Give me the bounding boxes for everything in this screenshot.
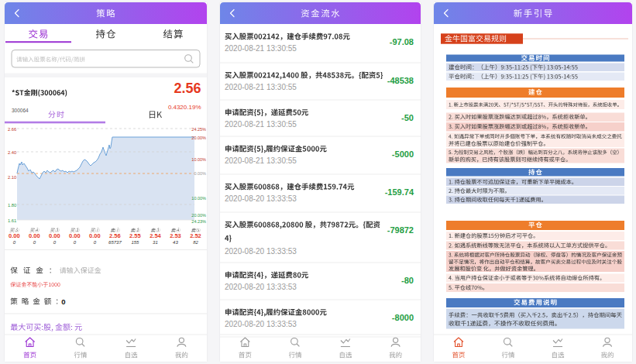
svg-text:-50: -50 (401, 113, 414, 122)
svg-text:2.56: 2.56 (174, 81, 201, 96)
svg-text:24.25%: 24.25% (191, 127, 206, 132)
svg-text:2020-08-20 13:33:53: 2020-08-20 13:33:53 (225, 283, 297, 291)
svg-text:2020-08-20 13:33:53: 2020-08-20 13:33:53 (225, 247, 297, 256)
svg-text:2.40: 2.40 (8, 150, 16, 155)
svg-text:0.00%: 0.00% (194, 171, 206, 176)
svg-text:2020-08-20 13:33:53: 2020-08-20 13:33:53 (225, 320, 297, 328)
svg-text:0.43: 0.43 (168, 104, 180, 111)
svg-text:-97.08: -97.08 (390, 37, 414, 46)
svg-text:0.00: 0.00 (69, 232, 81, 239)
svg-text:2.10: 2.10 (8, 175, 16, 180)
svg-text:-79872: -79872 (387, 225, 414, 235)
svg-text:-8000: -8000 (392, 313, 414, 322)
svg-text:2020-08-21 13:30:55: 2020-08-21 13:30:55 (225, 156, 297, 165)
svg-text:2.53: 2.53 (170, 232, 181, 239)
svg-text:0.00: 0.00 (29, 232, 40, 239)
svg-text:2020-08-21 13:30:55: 2020-08-21 13:30:55 (225, 44, 297, 53)
svg-text:0.00: 0.00 (49, 232, 60, 239)
svg-text:1.80: 1.80 (8, 203, 16, 208)
svg-text:2.55: 2.55 (129, 232, 141, 239)
svg-text:10.00%: 10.00% (191, 196, 206, 201)
svg-text:-48538: -48538 (387, 76, 414, 85)
svg-text:-5000: -5000 (392, 149, 414, 159)
svg-text:20.19%: 20.19% (180, 104, 201, 111)
svg-text:24.23%: 24.23% (191, 219, 206, 224)
svg-text:65737: 65737 (108, 240, 122, 245)
svg-text:2020-08-21 13:30:55: 2020-08-21 13:30:55 (225, 120, 297, 129)
svg-text:0.00: 0.00 (9, 232, 20, 239)
svg-text:2.54: 2.54 (150, 232, 161, 239)
svg-text:-80: -80 (401, 276, 414, 285)
svg-text:0.00: 0.00 (89, 232, 101, 239)
svg-text:43: 43 (173, 240, 178, 245)
svg-text:155: 155 (131, 240, 139, 245)
svg-text:2020-08-20 13:33:53: 2020-08-20 13:33:53 (225, 194, 297, 203)
svg-text:2.66: 2.66 (8, 127, 16, 132)
svg-text:20.00%: 20.00% (191, 136, 206, 140)
svg-text:2020-08-21 13:30:55: 2020-08-21 13:30:55 (225, 83, 297, 91)
svg-text:31: 31 (153, 240, 158, 245)
svg-text:0: 0 (61, 297, 65, 306)
svg-text:2.56: 2.56 (109, 232, 121, 239)
svg-text:82: 82 (193, 240, 198, 245)
svg-text:300064: 300064 (12, 108, 29, 113)
svg-text:10.00%: 10.00% (191, 157, 206, 162)
svg-text:20.00%: 20.00% (191, 213, 206, 218)
svg-text:-159.74: -159.74 (385, 187, 414, 197)
svg-text:2.52: 2.52 (190, 232, 201, 239)
svg-text:1.61: 1.61 (8, 218, 16, 223)
